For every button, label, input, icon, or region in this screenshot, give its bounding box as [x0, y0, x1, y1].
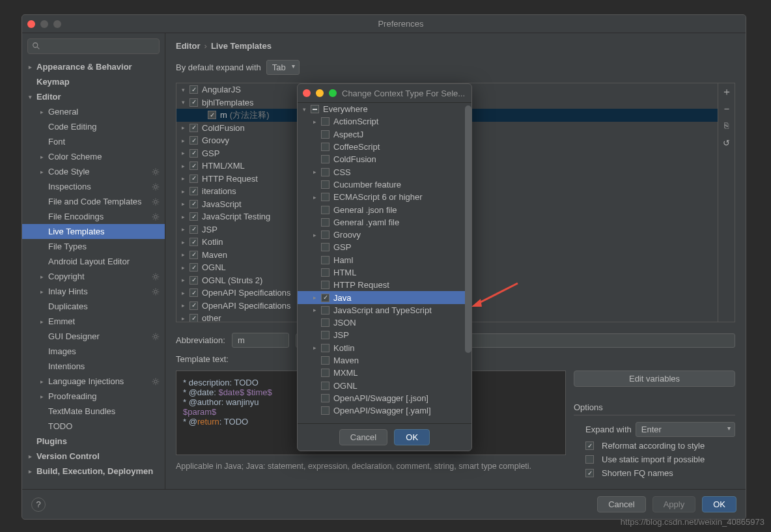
context-item[interactable]: ▸CSS: [298, 165, 471, 178]
context-item[interactable]: Cucumber feature: [298, 178, 471, 191]
context-checkbox[interactable]: [321, 369, 329, 377]
sidebar-item[interactable]: Keymap: [22, 74, 165, 89]
context-item[interactable]: ▸ECMAScript 6 or higher: [298, 191, 471, 203]
context-item[interactable]: MXML: [298, 367, 471, 379]
popup-ok-button[interactable]: OK: [394, 429, 430, 445]
popup-cancel-button[interactable]: Cancel: [339, 429, 387, 445]
search-input[interactable]: [27, 38, 160, 54]
sidebar-item[interactable]: ▸Language Injections: [22, 374, 165, 389]
sidebar-item[interactable]: File Encodings: [22, 209, 165, 224]
context-checkbox[interactable]: [321, 168, 329, 176]
context-checkbox[interactable]: [321, 243, 329, 251]
sidebar-item[interactable]: Images: [22, 344, 165, 359]
template-checkbox[interactable]: [189, 187, 198, 195]
add-button[interactable]: ＋: [718, 83, 735, 100]
sidebar-item[interactable]: Android Layout Editor: [22, 254, 165, 269]
sidebar-item[interactable]: ▸Inlay Hints: [22, 284, 165, 299]
template-checkbox[interactable]: [189, 301, 198, 310]
template-checkbox[interactable]: [189, 225, 198, 234]
sidebar-item[interactable]: ▸Build, Execution, Deploymen: [22, 464, 165, 479]
template-checkbox[interactable]: [189, 161, 198, 170]
context-checkbox[interactable]: [321, 231, 329, 239]
context-item[interactable]: GSP: [298, 241, 471, 253]
sidebar-item[interactable]: Code Editing: [22, 119, 165, 134]
template-checkbox[interactable]: [189, 212, 198, 221]
reformat-checkbox[interactable]: [585, 441, 594, 450]
context-item[interactable]: Maven: [298, 354, 471, 367]
shorten-fq-checkbox[interactable]: [585, 469, 594, 477]
sidebar-item[interactable]: ▾Editor: [22, 89, 165, 104]
sidebar-item[interactable]: Plugins: [22, 434, 165, 449]
context-item[interactable]: General .yaml file: [298, 216, 471, 229]
apply-button[interactable]: Apply: [652, 496, 696, 512]
minimize-icon[interactable]: [40, 20, 48, 28]
template-checkbox[interactable]: [189, 251, 198, 259]
sidebar-item[interactable]: GUI Designer: [22, 329, 165, 344]
abbr-input[interactable]: m: [232, 333, 289, 348]
revert-button[interactable]: ↺: [718, 134, 735, 151]
context-checkbox[interactable]: [321, 318, 329, 327]
template-checkbox[interactable]: [189, 288, 198, 297]
template-checkbox[interactable]: [189, 124, 198, 132]
sidebar-item[interactable]: TextMate Bundles: [22, 404, 165, 419]
context-item[interactable]: ▸JavaScript and TypeScript: [298, 304, 471, 316]
context-item[interactable]: ▸Java: [298, 291, 471, 303]
context-checkbox[interactable]: [321, 218, 329, 227]
context-item[interactable]: OpenAPI/Swagger [.yaml]: [298, 404, 471, 417]
popup-close-icon[interactable]: [303, 89, 311, 97]
popup-maximize-icon[interactable]: [329, 89, 337, 97]
context-item[interactable]: ▸Kotlin: [298, 342, 471, 354]
context-item[interactable]: HTML: [298, 266, 471, 279]
sidebar-item[interactable]: File Types: [22, 239, 165, 254]
sidebar-item[interactable]: Intentions: [22, 359, 165, 374]
sidebar-item[interactable]: Duplicates: [22, 299, 165, 314]
context-checkbox[interactable]: [321, 294, 329, 302]
edit-variables-button[interactable]: Edit variables: [574, 371, 735, 387]
sidebar-item[interactable]: Live Templates: [22, 224, 165, 239]
cancel-button[interactable]: Cancel: [597, 496, 645, 512]
help-button[interactable]: ?: [31, 497, 46, 512]
sidebar-item[interactable]: ▸Color Scheme: [22, 149, 165, 164]
context-checkbox[interactable]: [321, 130, 329, 139]
sidebar-item[interactable]: TODO: [22, 419, 165, 434]
sidebar-item[interactable]: ▸Emmet: [22, 314, 165, 329]
context-item[interactable]: JSP: [298, 329, 471, 341]
static-import-checkbox[interactable]: [585, 455, 594, 464]
crumb-editor[interactable]: Editor: [176, 41, 201, 51]
sidebar-item[interactable]: ▸Proofreading: [22, 389, 165, 404]
template-checkbox[interactable]: [189, 175, 198, 183]
context-item[interactable]: CoffeeScript: [298, 141, 471, 153]
sidebar-item[interactable]: Font: [22, 134, 165, 149]
context-item[interactable]: General .json file: [298, 203, 471, 216]
context-checkbox[interactable]: [321, 356, 329, 365]
popup-scrollbar[interactable]: [465, 105, 471, 353]
sidebar-item[interactable]: ▸Appearance & Behavior: [22, 59, 165, 74]
context-tree[interactable]: ▾Everywhere ▸ActionScriptAspectJCoffeeSc…: [298, 102, 471, 423]
context-item[interactable]: OGNL: [298, 380, 471, 392]
template-checkbox[interactable]: [189, 200, 198, 208]
maximize-icon[interactable]: [53, 20, 61, 28]
ok-button[interactable]: OK: [702, 496, 736, 512]
context-checkbox[interactable]: [321, 281, 329, 289]
template-checkbox[interactable]: [189, 263, 198, 272]
sidebar-item[interactable]: ▸Copyright: [22, 269, 165, 284]
context-checkbox[interactable]: [321, 331, 329, 339]
context-everywhere[interactable]: ▾Everywhere: [298, 103, 471, 115]
close-icon[interactable]: [27, 20, 35, 28]
sidebar-item[interactable]: ▸General: [22, 104, 165, 119]
context-checkbox[interactable]: [321, 117, 329, 126]
expand-with-combo[interactable]: Enter: [636, 422, 735, 437]
template-checkbox[interactable]: [189, 276, 198, 285]
context-item[interactable]: ▸ActionScript: [298, 115, 471, 128]
context-item[interactable]: AspectJ: [298, 128, 471, 141]
context-item[interactable]: OpenAPI/Swagger [.json]: [298, 392, 471, 404]
sidebar-item[interactable]: File and Code Templates: [22, 194, 165, 209]
context-item[interactable]: JSON: [298, 316, 471, 329]
context-checkbox[interactable]: [321, 382, 329, 390]
context-checkbox[interactable]: [321, 394, 329, 402]
template-checkbox[interactable]: [208, 111, 216, 119]
template-checkbox[interactable]: [189, 314, 198, 322]
copy-button[interactable]: ⎘: [718, 117, 735, 134]
context-checkbox[interactable]: [321, 306, 329, 315]
context-item[interactable]: HTTP Request: [298, 279, 471, 291]
